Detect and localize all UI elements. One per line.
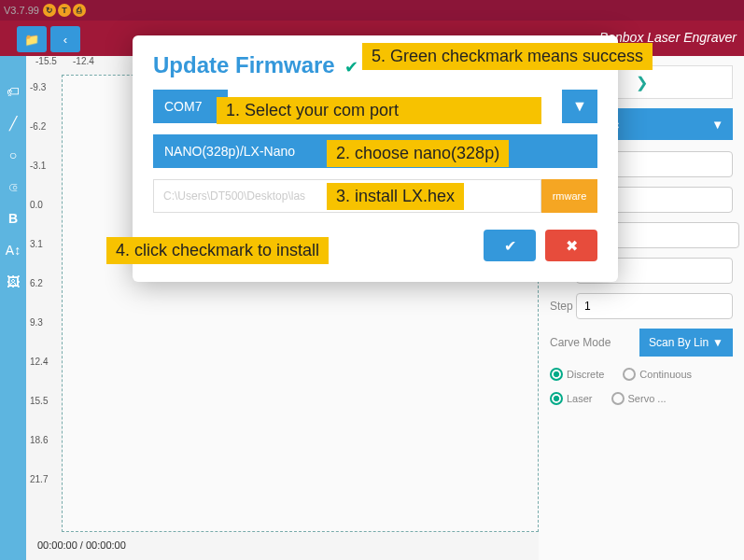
firmware-browse-button[interactable]: rmware <box>541 179 597 213</box>
step-input[interactable] <box>576 293 733 319</box>
continuous-radio[interactable]: Continuous <box>623 368 692 381</box>
tool-palette: 🏷 ╱ ○ ⟃ B A↕ 🖼 <box>0 56 26 560</box>
tag-icon[interactable]: 🏷 <box>7 84 20 99</box>
annotation-2: 2. choose nano(328p) <box>327 140 509 167</box>
chevron-down-icon: ▼ <box>572 98 587 115</box>
annotation-3: 3. install LX.hex <box>327 183 464 210</box>
modal-title: Update Firmware <box>153 52 335 78</box>
servo-radio[interactable]: Servo ... <box>611 392 667 405</box>
image-icon[interactable]: 🖼 <box>7 274 20 289</box>
text-icon[interactable]: A↕ <box>6 243 21 258</box>
discrete-radio[interactable]: Discrete <box>550 368 604 381</box>
annotation-1: 1. Select your com port <box>217 97 541 124</box>
status-bar: 00:00:00 / 00:00:00 <box>26 532 539 560</box>
com-dropdown-button[interactable]: ▼ <box>562 90 597 123</box>
scan-mode-button[interactable]: Scan By Lin▼ <box>639 329 733 357</box>
badge-icon[interactable]: ⎙ <box>73 4 86 17</box>
ruler-left: -9.3 -6.2 -3.1 0.0 3.1 6.2 9.3 12.4 15.5… <box>26 75 62 532</box>
carve-mode-label: Carve Mode <box>550 336 615 349</box>
chevron-right-icon: ❯ <box>636 74 648 91</box>
confirm-button[interactable]: ✔ <box>484 230 536 261</box>
radio-dot-icon <box>550 392 563 405</box>
close-icon: ✖ <box>566 237 578 255</box>
badge-icon[interactable]: ↻ <box>43 4 56 17</box>
title-bar: V3.7.99 ↻ T ⎙ <box>0 0 744 21</box>
chevron-down-icon: ▼ <box>711 118 723 132</box>
laser-radio[interactable]: Laser <box>550 392 593 405</box>
version-label: V3.7.99 <box>4 5 39 16</box>
checkmark-icon: ✔ <box>344 58 358 77</box>
radio-dot-icon <box>623 368 636 381</box>
chevron-down-icon: ▼ <box>712 336 723 349</box>
arc-icon[interactable]: ⟃ <box>9 179 17 194</box>
annotation-4: 4. click checkmark to install <box>106 237 329 264</box>
open-button[interactable]: 📁 <box>17 26 47 52</box>
title-badges: ↻ T ⎙ <box>43 4 86 17</box>
circle-icon[interactable]: ○ <box>9 147 17 162</box>
back-button[interactable]: ‹ <box>50 26 80 52</box>
check-icon: ✔ <box>504 237 516 255</box>
radio-dot-icon <box>611 392 625 405</box>
toolbar: 📁 ‹ <box>17 26 80 52</box>
annotation-5: 5. Green checkmark means success <box>362 43 653 70</box>
line-icon[interactable]: ╱ <box>9 116 17 131</box>
badge-icon[interactable]: T <box>58 4 71 17</box>
bold-icon[interactable]: B <box>8 211 18 226</box>
step-label: Step <box>550 300 576 313</box>
cancel-button[interactable]: ✖ <box>545 230 597 261</box>
time-status: 00:00:00 / 00:00:00 <box>37 539 126 551</box>
radio-dot-icon <box>550 368 563 381</box>
